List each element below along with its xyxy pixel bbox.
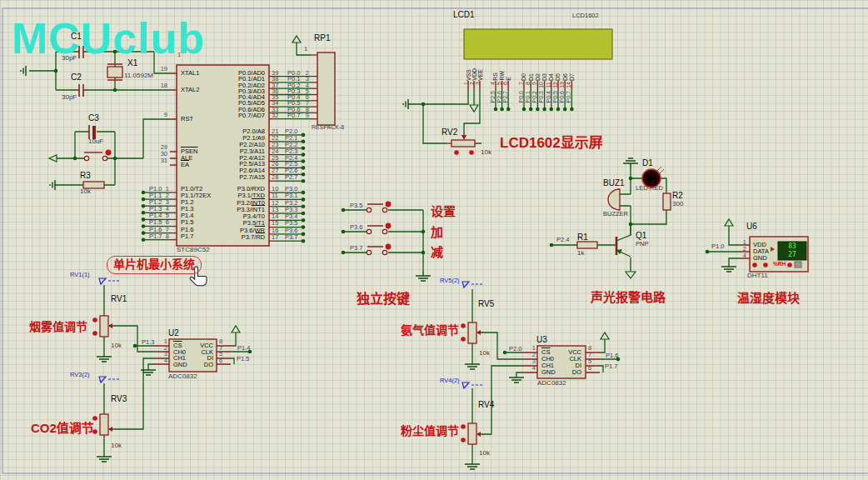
junction-dot	[142, 198, 146, 202]
wiper-arrow-icon[interactable]	[108, 323, 112, 328]
pin-number: 5	[496, 82, 502, 85]
u3-left-pin-numbers: 1234	[526, 345, 536, 372]
rv3-ref: RV3	[111, 394, 127, 403]
pin-number: 4	[526, 365, 536, 372]
pin-number: 1	[463, 82, 469, 85]
reset-button-head[interactable]	[106, 150, 112, 156]
ground-icon	[721, 267, 736, 272]
rv2-body[interactable]	[451, 140, 475, 147]
rv4-value: 10k	[479, 450, 490, 458]
schematic-canvas: MCUclub C1 30pF C2 30pF X1 11.0592M C3 1…	[0, 0, 868, 480]
junction-dot	[542, 108, 546, 112]
pin-number: 6	[588, 365, 591, 372]
pin-number: 9	[155, 112, 167, 118]
junction-dot	[556, 108, 561, 112]
ground-icon	[465, 364, 480, 369]
probe-icon[interactable]	[99, 377, 106, 382]
rv4-body[interactable]	[468, 423, 476, 444]
lcd-caption: LCD1602显示屏	[500, 136, 603, 152]
buz1-ref: BUZ1	[603, 178, 625, 188]
d1-ref: D1	[642, 158, 653, 168]
rv1-body[interactable]	[100, 316, 108, 337]
pin-name: D6	[562, 73, 568, 81]
pin-number: 14	[566, 82, 571, 88]
junction-dot	[142, 211, 146, 215]
lcd-pin-names: D0D1D2D3D4D5D6D7	[521, 61, 576, 81]
junction-dot	[302, 212, 306, 216]
u3-right-pin-numbers: 8756	[588, 345, 591, 372]
p1-pin-numbers: 12345678	[161, 186, 169, 240]
net-label: P3.7	[350, 245, 362, 252]
pin-number: 3	[475, 82, 481, 85]
net-label: P0.2	[531, 91, 537, 102]
junction-dot	[302, 172, 306, 177]
lcd-pin-numbers: 123	[463, 82, 481, 85]
wiper-arrow-icon[interactable]	[108, 427, 112, 432]
net-label: P3.5	[350, 202, 362, 209]
co2-caption: CO2值调节	[31, 422, 94, 436]
key-terminals[interactable]	[367, 208, 387, 254]
net-label: P1.5	[237, 356, 249, 362]
buzzer-body[interactable]	[608, 189, 620, 210]
junction-dot	[302, 152, 306, 157]
p0-pin-names: P0.0/AD0P0.1/AD1P0.2/AD2P0.3/AD3P0.4/AD4…	[192, 70, 265, 118]
lcd-net-labels: P2.5P2.6P2.7	[490, 91, 509, 102]
pin-name: P0.7/AD7	[192, 112, 265, 118]
net-label: P2.4	[556, 237, 569, 243]
pin-number: 4	[158, 358, 167, 364]
pin-marker	[92, 318, 97, 322]
probe-label: RV1(1)	[70, 272, 90, 278]
pin-marker	[461, 438, 466, 442]
alarm-circuit[interactable]	[550, 158, 671, 278]
crystal-body[interactable]	[107, 67, 122, 78]
r2-ref: R2	[672, 191, 683, 200]
lcd-screen[interactable]	[464, 29, 612, 59]
c3-value: 10uF	[88, 138, 103, 146]
p3-net-labels: P3.0P3.1P3.2P3.3P3.4P3.5P3.6P3.7	[285, 186, 297, 241]
ground-icon	[50, 180, 58, 190]
c1-value: 30pF	[62, 55, 77, 62]
u2-right-pin-names: VCCCLKDIDO	[188, 342, 213, 368]
pin-name: RS	[492, 72, 498, 81]
key-buttons[interactable]	[342, 202, 431, 281]
rp1-body[interactable]	[317, 52, 335, 125]
p0-net-labels: P0.0P0.1P0.2P0.3P0.4P0.5P0.6P0.7	[287, 70, 300, 118]
pin-name: GND	[541, 369, 556, 376]
indicator-dot	[752, 262, 757, 268]
pin-marker	[92, 331, 97, 336]
rv5-ref: RV5	[478, 299, 494, 308]
dust-caption: 粉尘值调节	[401, 425, 459, 438]
u2-left-pin-names: CSCH0CH1GND	[173, 342, 187, 368]
p1-net-labels: P1.0P1.1P1.2P1.3P1.4P1.5P1.6P1.7	[149, 186, 162, 240]
probe-icon[interactable]	[462, 282, 469, 288]
pin-number: 31	[155, 158, 167, 164]
reset-button-terminal[interactable]	[84, 156, 88, 160]
pin-name: DO	[188, 362, 213, 368]
junction-dot	[570, 108, 574, 112]
r1-value: 1k	[577, 250, 584, 258]
junction-dot	[302, 191, 306, 195]
indicator-dot	[763, 262, 768, 268]
wiper-arrow-icon[interactable]	[476, 330, 481, 335]
rv3-body[interactable]	[100, 414, 108, 435]
probe-icon[interactable]	[462, 382, 469, 388]
net-label: P2.0	[509, 346, 521, 352]
pin-number: 7	[518, 82, 524, 85]
rv2-wiper-arrow-icon[interactable]	[461, 135, 466, 140]
pin-name: VSS	[466, 69, 471, 81]
c2-value: 30pF	[62, 94, 77, 102]
probe-icon[interactable]	[99, 278, 106, 284]
reset-button-terminal[interactable]	[102, 156, 107, 160]
pin-number: 32	[272, 112, 278, 118]
rv5-value: 10k	[479, 350, 490, 358]
wiper-arrow-icon[interactable]	[476, 432, 481, 437]
r1-body[interactable]	[577, 242, 597, 248]
r2-body[interactable]	[663, 193, 671, 210]
dht-pin-names: VDDDATAGND	[753, 242, 769, 262]
net-label: P3.6	[350, 224, 362, 231]
junction-dot	[522, 108, 526, 112]
rv5-body[interactable]	[468, 322, 476, 343]
rv2-pin-marker	[469, 150, 474, 155]
lcd-type: LCD1602	[572, 12, 599, 19]
pin-name: P3.7/RD	[192, 234, 265, 241]
